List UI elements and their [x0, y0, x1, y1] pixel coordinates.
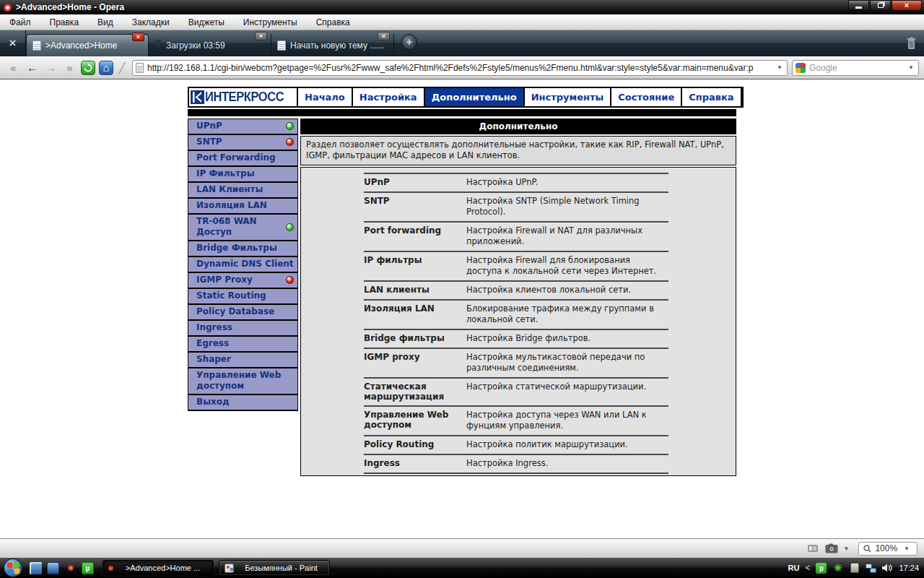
utorrent-tray-icon[interactable]: µ — [816, 563, 827, 574]
language-indicator[interactable]: RU — [788, 564, 800, 572]
tab-icon — [277, 40, 286, 51]
page-icon — [136, 63, 144, 73]
zoom-dropdown-icon[interactable]: ▼ — [901, 545, 912, 552]
table-row-name: Ingress — [364, 458, 466, 469]
taskbar-task-button[interactable]: Безымянный - Paint — [219, 560, 330, 576]
messenger-tray-icon[interactable]: ✳ — [832, 563, 843, 574]
sidebar-item[interactable]: IP Фильтры — [188, 167, 297, 183]
sidebar-item[interactable]: Ingress — [188, 321, 297, 337]
sidebar-item[interactable]: Изоляция LAN — [188, 199, 297, 215]
table-row-description: Настройка SNTP (Simple Network Timing Pr… — [466, 196, 668, 217]
sidebar-item[interactable]: IGMP Proxy — [188, 273, 297, 289]
sidebar-item[interactable]: Bridge Фильтры — [188, 241, 297, 257]
table-row-description: Настройка мультикастовой передачи по раз… — [466, 352, 668, 374]
sidebar-item[interactable]: UPnP — [188, 119, 297, 135]
new-tab-button[interactable]: + — [401, 34, 417, 50]
restore-button[interactable] — [870, 0, 891, 11]
sidebar-item[interactable]: Policy Database — [188, 305, 297, 321]
fast-forward-button[interactable]: » — [61, 61, 78, 74]
reload-icon — [84, 64, 92, 72]
utorrent-launcher-icon[interactable]: µ — [82, 562, 94, 574]
router-nav-tab[interactable]: Инструменты — [523, 88, 611, 106]
minimize-button[interactable] — [848, 0, 869, 11]
close-button[interactable]: × — [892, 0, 922, 11]
header-divider — [188, 109, 736, 116]
clock[interactable]: 17:24 — [899, 564, 919, 572]
rewind-button[interactable]: « — [5, 61, 22, 74]
sidebar-item[interactable]: Выход — [188, 395, 297, 411]
tab-title: Начать новую тему ...... — [290, 40, 384, 51]
intercross-logo-icon — [191, 90, 204, 104]
table-row-name: Изоляция LAN — [364, 303, 466, 325]
table-row: IGMP proxy Настройка мультикастовой пере… — [364, 348, 668, 377]
opera-launcher-icon[interactable] — [64, 562, 77, 574]
table-row: SNTP Настройка SNTP (Simple Network Timi… — [364, 191, 668, 221]
windows-flag-icon — [6, 562, 13, 569]
sidebar-item[interactable]: SNTP — [188, 135, 297, 151]
start-button[interactable] — [3, 558, 24, 578]
router-nav-tab[interactable]: Дополнительно — [424, 88, 523, 106]
edit-url-button[interactable]: ╱ — [116, 62, 128, 74]
table-row-description: Блокирование трафика между группами в ло… — [466, 303, 668, 325]
router-admin-ui: ИНТЕРКРОСС НачалоНастройкаДополнительноИ… — [188, 87, 736, 476]
tab-close-icon[interactable]: × — [132, 33, 144, 41]
home-button[interactable]: ⌂ — [99, 61, 113, 75]
forward-button[interactable]: → — [43, 61, 59, 74]
browser-tab[interactable]: Начать новую тему ...... × — [271, 34, 394, 56]
volume-tray-icon[interactable] — [882, 563, 893, 573]
table-row: Изоляция LAN Блокирование трафика между … — [364, 299, 668, 329]
tab-close-icon[interactable]: × — [378, 32, 390, 40]
sidebar-item[interactable]: Port Forwarding — [188, 151, 297, 167]
images-dropdown-icon[interactable]: ▼ — [840, 545, 852, 552]
taskbar-task-button[interactable]: >Advanced>Home ... — [103, 560, 214, 576]
table-row: Статическая маршрутизация Настройка стат… — [364, 377, 668, 405]
tray-expand-icon[interactable]: < — [805, 563, 810, 573]
menu-item[interactable]: Инструменты — [234, 14, 307, 30]
menu-item[interactable]: Справка — [307, 14, 359, 30]
panels-icon[interactable] — [807, 543, 819, 554]
table-row-name: Управление Web доступом — [364, 410, 466, 431]
table-row-description: Настройка статической маршрутизации. — [466, 381, 668, 402]
router-nav-tab[interactable]: Состояние — [610, 88, 681, 106]
sidebar-item[interactable]: LAN Клиенты — [188, 183, 297, 199]
url-dropdown-icon[interactable]: ▼ — [774, 64, 785, 71]
zoom-control[interactable]: 100% ▼ — [858, 542, 918, 556]
search-engine-dropdown-icon[interactable]: ▼ — [905, 64, 917, 71]
url-field[interactable]: http://192.168.1.1/cgi-bin/webcm?getpage… — [132, 60, 788, 76]
network-tray-icon[interactable] — [866, 563, 876, 574]
switch-windows-icon[interactable] — [30, 562, 42, 574]
browser-tab[interactable]: Загрузки 03:59 × — [149, 34, 271, 56]
router-nav-tab[interactable]: Справка — [681, 88, 740, 106]
panels-toggle-button[interactable]: × — [0, 30, 26, 56]
menu-item[interactable]: Закладки — [123, 14, 179, 30]
search-placeholder: Google — [809, 63, 905, 73]
tab-title: Загрузки 03:59 — [166, 40, 225, 51]
tab-close-icon[interactable]: × — [255, 32, 267, 40]
close-icon: × — [905, 1, 909, 9]
table-row-name: Статическая маршрутизация — [364, 381, 466, 402]
show-desktop-icon[interactable] — [47, 562, 59, 574]
browser-tab[interactable]: >Advanced>Home × — [26, 34, 149, 56]
sidebar-item[interactable]: Управление Web доступом — [188, 368, 297, 395]
images-toggle-icon[interactable] — [825, 543, 838, 553]
sidebar-item[interactable]: Dynamic DNS Client — [188, 257, 297, 273]
router-nav-tab[interactable]: Настройка — [352, 88, 424, 106]
sidebar-item[interactable]: Egress — [188, 337, 297, 353]
quick-launch: µ — [30, 562, 94, 574]
router-nav-tab[interactable]: Начало — [298, 88, 352, 106]
address-bar: « ← → » ⌂ ╱ http://192.168.1.1/cgi-bin/w… — [0, 56, 924, 79]
sidebar-item[interactable]: Static Routing — [188, 289, 297, 305]
menu-item[interactable]: Правка — [40, 14, 89, 30]
closed-tabs-trash-button[interactable] — [906, 37, 917, 53]
search-field[interactable]: Google ▼ — [792, 60, 919, 76]
reload-button[interactable] — [81, 61, 95, 75]
power-tray-icon[interactable] — [850, 563, 859, 573]
menu-item[interactable]: Виджеты — [179, 14, 234, 30]
menu-item[interactable]: Вид — [88, 14, 123, 30]
table-row-name: UPnP — [364, 177, 466, 188]
menu-item[interactable]: Файл — [0, 14, 40, 30]
sidebar-item[interactable]: TR-068 WAN Доступ — [188, 215, 297, 241]
sidebar-item[interactable]: Shaper — [188, 353, 297, 368]
back-button[interactable]: ← — [24, 61, 40, 74]
content-box: UPnP Настройка UPnP. SNTP Настройка SNTP… — [300, 167, 736, 476]
